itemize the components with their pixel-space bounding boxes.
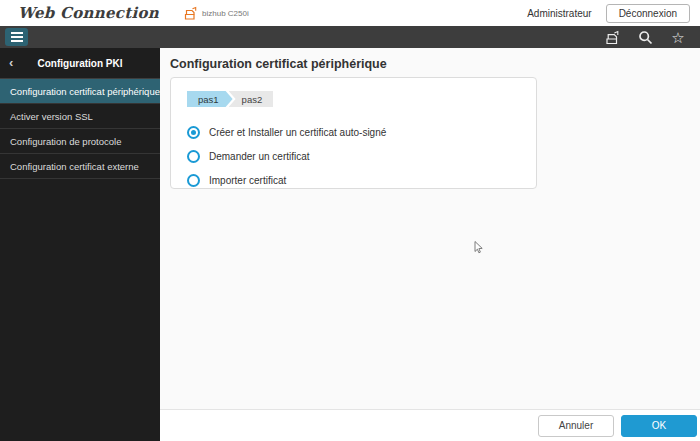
main-content: Configuration certificat périphérique pa… [160, 48, 700, 441]
device-info: bizhub C250i [183, 6, 249, 20]
favorite-star-icon[interactable]: ☆ [670, 29, 686, 45]
search-icon[interactable] [637, 29, 653, 45]
radio-option-import-certificate[interactable]: Importer certificat [187, 168, 520, 192]
step-indicator: pas1 pas2 [187, 91, 520, 107]
sidebar-item-label: Configuration certificat périphérique [10, 86, 160, 97]
radio-label: Demander un certificat [209, 151, 310, 162]
sidebar-item-configuration-certificat-externe[interactable]: Configuration certificat externe [0, 154, 160, 179]
radio-button-icon[interactable] [187, 126, 200, 139]
ok-button[interactable]: OK [621, 415, 697, 437]
radio-label: Importer certificat [209, 175, 286, 186]
sidebar-header: ‹ Configuration PKI [0, 48, 160, 79]
radio-option-request-certificate[interactable]: Demander un certificat [187, 144, 520, 168]
step-pas2: pas2 [229, 91, 274, 107]
hamburger-menu-icon[interactable] [5, 28, 28, 46]
sidebar-item-label: Activer version SSL [10, 111, 93, 122]
device-printer-icon [183, 6, 198, 20]
logged-in-user: Administrateur [527, 8, 591, 19]
top-bar: Web Connection bizhub C250i Administrate… [0, 0, 700, 26]
web-connection-logo: Web Connection [18, 4, 159, 22]
radio-label: Créer et Installer un certificat auto-si… [209, 127, 386, 138]
radio-button-icon[interactable] [187, 174, 200, 187]
sidebar-item-label: Configuration certificat externe [10, 161, 139, 172]
sidebar-item-configuration-certificat-peripherique[interactable]: Configuration certificat périphérique [0, 79, 160, 104]
app-bar: ☆ [0, 26, 700, 48]
device-status-icon[interactable] [604, 29, 620, 45]
device-name: bizhub C250i [202, 9, 249, 18]
cancel-button[interactable]: Annuler [538, 415, 614, 437]
radio-option-create-self-signed[interactable]: Créer et Installer un certificat auto-si… [187, 120, 520, 144]
sidebar-item-activer-version-ssl[interactable]: Activer version SSL [0, 104, 160, 129]
page-title: Configuration certificat périphérique [170, 57, 700, 71]
sidebar-item-configuration-de-protocole[interactable]: Configuration de protocole [0, 129, 160, 154]
sidebar-item-label: Configuration de protocole [10, 136, 121, 147]
back-chevron-icon[interactable]: ‹ [9, 56, 13, 69]
logout-button[interactable]: Déconnexion [606, 4, 690, 23]
action-footer: Annuler OK [160, 409, 700, 441]
sidebar-menu: ‹ Configuration PKI Configuration certif… [0, 48, 160, 441]
step-pas1: pas1 [187, 91, 233, 107]
radio-button-icon[interactable] [187, 150, 200, 163]
certificate-options-panel: pas1 pas2 Créer et Installer un certific… [170, 77, 537, 189]
sidebar-title: Configuration PKI [38, 58, 123, 69]
